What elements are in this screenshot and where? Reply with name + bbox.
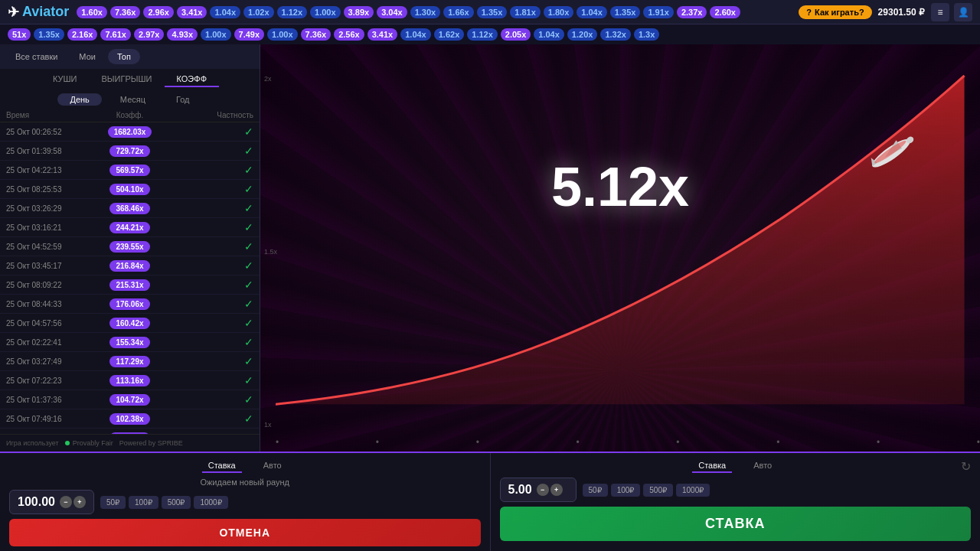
table-row: 25 Окт 03:05:33 100.59x ✓ bbox=[0, 429, 260, 434]
mult-badge: 1.3x bbox=[634, 28, 659, 41]
bet-time: 25 Окт 02:22:41 bbox=[6, 338, 89, 347]
bet-check-icon: ✓ bbox=[171, 126, 253, 138]
bet-tab-auto-right[interactable]: Авто bbox=[747, 459, 778, 473]
mult-badge: 1.02x bbox=[243, 6, 274, 18]
bets-list: 25 Окт 00:26:52 1682.03x ✓ 25 Окт 01:39:… bbox=[0, 122, 260, 434]
mult-badge: 1.04x bbox=[577, 6, 607, 18]
refresh-icon[interactable]: ↻ bbox=[961, 459, 971, 474]
quick-bets-right: 50₽ 100₽ 500₽ 1000₽ bbox=[583, 484, 710, 497]
quick-bet-50-right[interactable]: 50₽ bbox=[583, 484, 608, 497]
how-to-play-btn[interactable]: ? Как играть? bbox=[799, 5, 871, 19]
bet-amount-value-right: 5.00 bbox=[508, 483, 532, 497]
mult-badge: 1.91x bbox=[643, 6, 674, 18]
bet-minus-left[interactable]: − bbox=[60, 496, 72, 508]
bet-input-row-left: 100.00 − + 50₽ 100₽ 500₽ 1000₽ bbox=[9, 490, 481, 514]
table-row: 25 Окт 04:22:13 569.57x ✓ bbox=[0, 161, 260, 180]
top-multipliers-row1: 1.60x7.36x2.96x3.41x1.04x1.02x1.12x1.00x… bbox=[77, 6, 791, 18]
bet-amount-left[interactable]: 100.00 − + bbox=[9, 490, 94, 514]
mult-badge: 2.96x bbox=[143, 6, 174, 18]
header-right: ? Как играть? 29301.50 ₽ ≡ 👤 bbox=[799, 3, 972, 21]
bet-time: 25 Окт 08:44:33 bbox=[6, 300, 89, 308]
mult-badge: 1.12x bbox=[467, 28, 498, 41]
bet-coeff: 104.72x bbox=[109, 394, 149, 406]
quick-bet-50-left[interactable]: 50₽ bbox=[100, 496, 126, 509]
filter-tab-kushi[interactable]: КУШИ bbox=[41, 72, 90, 87]
menu-icon[interactable]: ≡ bbox=[931, 3, 949, 21]
mult-badge: 1.00x bbox=[310, 6, 341, 18]
stake-button[interactable]: СТАВКА bbox=[500, 507, 972, 541]
sidebar-tab-all[interactable]: Все ставки bbox=[6, 49, 67, 64]
y-label-2x: 2x bbox=[264, 75, 277, 83]
bet-check-icon: ✓ bbox=[171, 202, 253, 214]
bet-minus-right[interactable]: − bbox=[537, 484, 549, 496]
bet-tab-stavka-left[interactable]: Ставка bbox=[202, 459, 242, 473]
mult-badge: 1.04x bbox=[210, 6, 240, 18]
balance-display: 29301.50 ₽ bbox=[878, 7, 925, 18]
quick-bet-500-left[interactable]: 500₽ bbox=[162, 496, 191, 509]
mult-badge: 4.93x bbox=[167, 28, 198, 41]
filter-tab-wins[interactable]: ВЫИГРЫШИ bbox=[90, 72, 165, 87]
game-area: 5.12x 2x 1.5x bbox=[260, 44, 980, 452]
mult-badge: 7.36x bbox=[110, 6, 141, 18]
logo-text: Aviator bbox=[22, 4, 69, 20]
bet-check-icon: ✓ bbox=[171, 164, 253, 176]
bet-check-icon: ✓ bbox=[171, 298, 253, 310]
how-to-play-label: Как играть? bbox=[815, 8, 864, 17]
quick-bet-100-left[interactable]: 100₽ bbox=[129, 496, 158, 509]
bottom-panel: Ставка Авто Ожидаем новый раунд 100.00 −… bbox=[0, 452, 980, 551]
bet-plus-left[interactable]: + bbox=[74, 496, 86, 508]
mult-badge: 1.80x bbox=[544, 6, 574, 18]
bet-tab-stavka-right[interactable]: Ставка bbox=[692, 459, 732, 473]
bet-tab-auto-left[interactable]: Авто bbox=[257, 459, 288, 473]
quick-bet-500-right[interactable]: 500₽ bbox=[643, 484, 673, 497]
multiplier-display: 5.12x bbox=[551, 155, 689, 218]
mult-badge: 2.05x bbox=[501, 28, 531, 41]
mult-badge: 2.56x bbox=[334, 28, 364, 41]
mult-badge: 1.00x bbox=[267, 28, 298, 41]
bet-time: 25 Окт 01:39:58 bbox=[6, 147, 89, 155]
sidebar-tab-top[interactable]: Топ bbox=[108, 49, 140, 64]
user-icon[interactable]: 👤 bbox=[954, 3, 972, 21]
quick-bet-1000-right[interactable]: 1000₽ bbox=[676, 484, 710, 497]
mult-badge: 7.61x bbox=[100, 28, 131, 41]
bet-plus-right[interactable]: + bbox=[550, 484, 563, 496]
bet-coeff: 368.46x bbox=[109, 203, 149, 214]
bet-check-icon: ✓ bbox=[171, 393, 253, 406]
period-tab-year[interactable]: Год bbox=[164, 93, 202, 106]
mult-badge: 2.37x bbox=[677, 6, 707, 18]
col-time: Время bbox=[6, 111, 89, 119]
mult-badge: 3.41x bbox=[368, 28, 398, 41]
mult-badge: 3.04x bbox=[377, 6, 407, 18]
period-tab-month[interactable]: Месяц bbox=[108, 93, 158, 106]
period-tab-day[interactable]: День bbox=[57, 93, 101, 106]
quick-bet-1000-left[interactable]: 1000₽ bbox=[194, 496, 227, 509]
bet-coeff: 729.72x bbox=[109, 145, 149, 157]
logo: ✈ Aviator bbox=[8, 4, 69, 21]
bet-coeff: 569.57x bbox=[109, 165, 149, 176]
filter-tab-coeff[interactable]: КОЭФФ bbox=[165, 72, 219, 87]
main-layout: Все ставки Мои Топ КУШИ ВЫИГРЫШИ КОЭФФ Д… bbox=[0, 44, 980, 452]
bet-check-icon: ✓ bbox=[171, 412, 253, 425]
bet-amount-right[interactable]: 5.00 − + bbox=[500, 478, 577, 502]
quick-bet-100-right[interactable]: 100₽ bbox=[611, 484, 641, 497]
bet-input-row-right: 5.00 − + 50₽ 100₽ 500₽ 1000₽ bbox=[500, 478, 972, 502]
game-curve-svg bbox=[276, 44, 980, 420]
col-coeff: Коэфф. bbox=[89, 111, 172, 119]
cancel-button[interactable]: ОТМЕНА bbox=[9, 519, 481, 546]
mult-badge: 1.35x bbox=[34, 28, 64, 41]
bet-check-icon: ✓ bbox=[171, 183, 253, 195]
bet-coeff: 216.84x bbox=[109, 260, 149, 272]
waiting-text: Ожидаем новый раунд bbox=[9, 478, 481, 487]
pf-label: Provably Fair bbox=[73, 439, 113, 447]
bet-time: 25 Окт 00:26:52 bbox=[6, 128, 89, 136]
bet-check-icon: ✓ bbox=[171, 279, 253, 291]
bet-time: 25 Окт 04:57:56 bbox=[6, 319, 89, 328]
table-row: 25 Окт 03:26:29 368.46x ✓ bbox=[0, 199, 260, 218]
provably-fair[interactable]: Provably Fair bbox=[65, 439, 113, 447]
table-row: 25 Окт 07:22:23 113.16x ✓ bbox=[0, 371, 260, 390]
bet-coeff: 117.29x bbox=[109, 356, 149, 367]
mult-badge: 1.00x bbox=[201, 28, 231, 41]
mult-badge: 1.30x bbox=[410, 6, 441, 18]
bet-coeff: 239.55x bbox=[109, 241, 149, 253]
sidebar-tab-mine[interactable]: Мои bbox=[70, 49, 105, 64]
